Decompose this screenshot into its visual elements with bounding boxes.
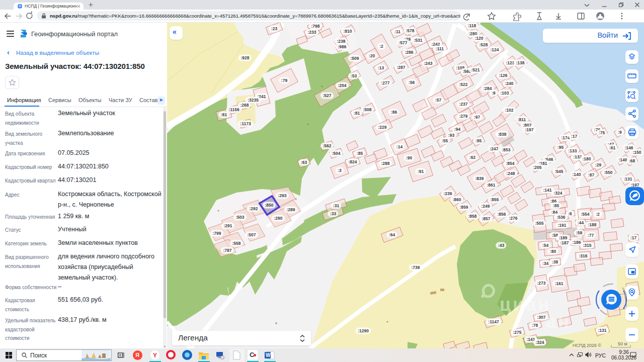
svg-text::54: :54	[542, 243, 549, 248]
svg-text::545: :545	[554, 169, 563, 174]
svg-text::1290: :1290	[358, 328, 369, 333]
svg-text::57: :57	[435, 98, 442, 103]
svg-text::102: :102	[505, 108, 513, 113]
svg-text::111: :111	[436, 46, 444, 51]
svg-text::799: :799	[212, 231, 221, 236]
svg-text::273: :273	[537, 281, 545, 286]
svg-text::87: :87	[588, 172, 595, 177]
svg-text::118: :118	[468, 23, 476, 28]
svg-text::56: :56	[409, 80, 415, 85]
svg-text::859: :859	[459, 205, 468, 210]
svg-text::91: :91	[418, 169, 424, 174]
svg-text::315: :315	[583, 243, 591, 248]
svg-text:циан: циан	[500, 294, 551, 315]
svg-text::23: :23	[271, 26, 278, 31]
svg-text::287: :287	[396, 65, 405, 70]
svg-text::1147: :1147	[488, 319, 499, 324]
svg-text::149: :149	[618, 157, 627, 162]
svg-text::95: :95	[557, 145, 564, 150]
svg-text::59: :59	[576, 230, 583, 235]
svg-text::522: :522	[459, 82, 467, 87]
svg-text::239: :239	[443, 191, 452, 196]
svg-text::787: :787	[223, 248, 231, 253]
svg-text::186: :186	[572, 240, 581, 245]
svg-text::84: :84	[551, 210, 558, 215]
svg-text::824: :824	[348, 159, 357, 164]
svg-text::95: :95	[475, 138, 482, 143]
svg-text::174: :174	[561, 135, 570, 140]
svg-text::798: :798	[311, 24, 319, 29]
svg-text::243: :243	[424, 61, 432, 66]
svg-text::29: :29	[595, 162, 602, 167]
svg-text::64: :64	[389, 232, 395, 237]
svg-text::292: :292	[249, 206, 258, 211]
svg-text::205: :205	[533, 165, 541, 170]
svg-text::509: :509	[350, 56, 359, 61]
svg-text::858: :858	[468, 214, 476, 219]
svg-text:W: W	[266, 352, 271, 358]
svg-text::204: :204	[338, 83, 346, 88]
svg-text::268: :268	[240, 103, 249, 108]
svg-text::554: :554	[581, 212, 589, 217]
svg-text::97: :97	[474, 115, 480, 120]
svg-text::90: :90	[406, 155, 413, 160]
svg-text::288: :288	[381, 161, 389, 166]
svg-text::861: :861	[487, 183, 495, 188]
svg-text::503: :503	[235, 215, 244, 220]
svg-text::2: :2	[379, 44, 383, 49]
svg-text::857: :857	[481, 216, 490, 221]
svg-text::94: :94	[454, 127, 461, 132]
svg-text::140: :140	[572, 172, 581, 177]
svg-text::291: :291	[223, 223, 232, 228]
svg-text::11: :11	[394, 29, 400, 34]
svg-text::79: :79	[281, 78, 288, 83]
svg-text::307: :307	[537, 315, 545, 320]
svg-text::811: :811	[518, 117, 526, 122]
svg-text::853: :853	[502, 147, 510, 152]
svg-text::62: :62	[469, 155, 476, 160]
svg-text::141: :141	[543, 188, 551, 193]
svg-text::810: :810	[343, 29, 352, 34]
svg-text::43: :43	[498, 243, 505, 248]
svg-text::233: :233	[307, 30, 316, 35]
svg-text::293: :293	[278, 193, 286, 198]
svg-text::562: :562	[323, 143, 331, 148]
svg-text::38: :38	[552, 259, 558, 264]
svg-text::133: :133	[568, 148, 577, 153]
svg-text::558: :558	[232, 241, 240, 246]
svg-text::2: :2	[596, 212, 600, 217]
svg-text::528: :528	[479, 42, 488, 47]
svg-text::120: :120	[474, 36, 483, 41]
svg-text::839: :839	[475, 176, 484, 181]
svg-text::555: :555	[535, 221, 543, 226]
svg-text::238: :238	[337, 39, 345, 44]
svg-text::103: :103	[500, 90, 509, 96]
svg-text::531: :531	[414, 38, 422, 43]
svg-text::577: :577	[398, 40, 407, 45]
svg-text::838: :838	[498, 132, 506, 137]
svg-text::93: :93	[448, 133, 455, 138]
svg-text::324: :324	[553, 191, 562, 196]
svg-text::31: :31	[333, 203, 340, 208]
svg-text::20: :20	[369, 53, 375, 58]
svg-text::55: :55	[442, 138, 448, 143]
svg-text::521: :521	[471, 67, 479, 72]
svg-text::44: :44	[578, 220, 584, 225]
svg-text::550: :550	[604, 170, 612, 175]
svg-text::61: :61	[609, 145, 616, 150]
svg-text::316: :316	[579, 253, 587, 258]
svg-text::928: :928	[240, 55, 249, 60]
svg-text::275: :275	[513, 330, 521, 335]
svg-text::986: :986	[338, 44, 346, 49]
svg-text::739: :739	[411, 265, 420, 270]
svg-text::9: :9	[618, 130, 622, 135]
svg-text::3: :3	[338, 168, 342, 173]
svg-text::855: :855	[490, 197, 499, 202]
svg-text::286: :286	[405, 50, 413, 55]
svg-text::188: :188	[588, 222, 596, 227]
svg-text::536: :536	[556, 215, 565, 220]
svg-text::126: :126	[499, 73, 507, 78]
svg-text::13: :13	[378, 65, 384, 70]
svg-text::61: :61	[221, 112, 227, 117]
svg-text::289: :289	[286, 207, 295, 212]
